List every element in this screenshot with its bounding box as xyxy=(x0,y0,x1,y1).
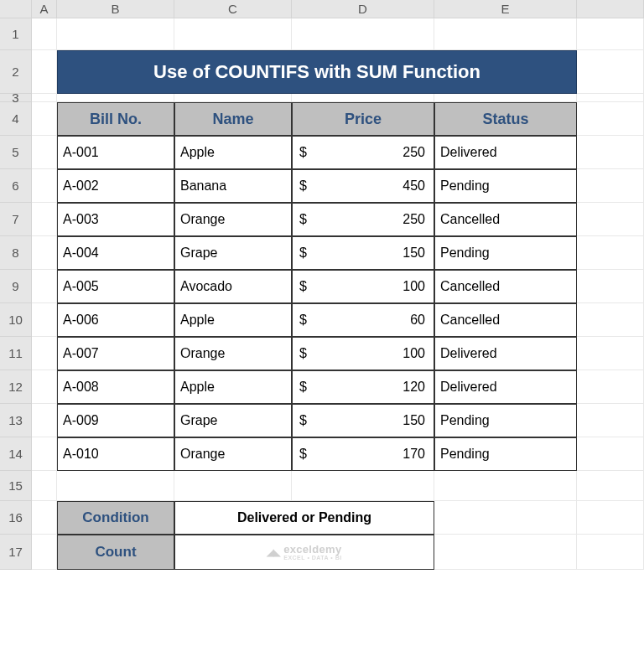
cell-status[interactable]: Delivered xyxy=(434,136,577,169)
currency-symbol: $ xyxy=(298,178,307,194)
cell-bill[interactable]: A-008 xyxy=(57,370,174,404)
currency-symbol: $ xyxy=(298,145,307,160)
currency-symbol: $ xyxy=(298,346,307,361)
cell-status[interactable]: Pending xyxy=(434,437,577,471)
cell-name[interactable]: Orange xyxy=(174,203,292,236)
price-value: 170 xyxy=(402,447,428,462)
row-header-2[interactable]: 2 xyxy=(0,50,32,94)
cell-price[interactable]: $250 xyxy=(292,203,434,236)
cell-name[interactable]: Orange xyxy=(174,337,292,370)
cell-status[interactable]: Cancelled xyxy=(434,203,577,236)
cell-status[interactable]: Cancelled xyxy=(434,303,577,337)
row-header-13[interactable]: 13 xyxy=(0,404,32,437)
row-header-3[interactable]: 3 xyxy=(0,94,32,102)
currency-symbol: $ xyxy=(298,447,307,462)
price-value: 120 xyxy=(402,380,428,395)
column-header-A[interactable]: A xyxy=(32,0,57,18)
row-header-5[interactable]: 5 xyxy=(0,136,32,169)
condition-label: Condition xyxy=(57,501,174,535)
cell-price[interactable]: $150 xyxy=(292,404,434,437)
column-header-E[interactable]: E xyxy=(434,0,577,18)
cell-name[interactable]: Grape xyxy=(174,404,292,437)
price-value: 100 xyxy=(402,279,428,294)
currency-symbol: $ xyxy=(298,413,307,428)
cell-bill[interactable]: A-005 xyxy=(57,270,174,303)
cell-bill[interactable]: A-002 xyxy=(57,169,174,203)
cell-name[interactable]: Apple xyxy=(174,303,292,337)
currency-symbol: $ xyxy=(298,380,307,395)
count-value[interactable]: ◢◣exceldemyEXCEL • DATA • BI xyxy=(174,535,434,570)
cell-name[interactable]: Grape xyxy=(174,236,292,270)
watermark: ◢◣exceldemyEXCEL • DATA • BI xyxy=(267,544,342,561)
column-header-D[interactable]: D xyxy=(292,0,434,18)
cell-price[interactable]: $100 xyxy=(292,270,434,303)
row-header-12[interactable]: 12 xyxy=(0,370,32,404)
cell-name[interactable]: Banana xyxy=(174,169,292,203)
price-value: 150 xyxy=(402,246,428,261)
cell-price[interactable]: $150 xyxy=(292,236,434,270)
select-all-corner[interactable] xyxy=(0,0,32,18)
row-header-8[interactable]: 8 xyxy=(0,236,32,270)
cell-bill[interactable]: A-006 xyxy=(57,303,174,337)
currency-symbol: $ xyxy=(298,279,307,294)
cell-bill[interactable]: A-001 xyxy=(57,136,174,169)
header-price: Price xyxy=(292,102,434,136)
cell-name[interactable]: Avocado xyxy=(174,270,292,303)
watermark-text: exceldemy xyxy=(283,544,341,555)
price-value: 450 xyxy=(402,178,428,194)
count-label: Count xyxy=(57,535,174,570)
cell-status[interactable]: Cancelled xyxy=(434,270,577,303)
cell-bill[interactable]: A-007 xyxy=(57,337,174,370)
cell-status[interactable]: Delivered xyxy=(434,370,577,404)
cell-price[interactable]: $60 xyxy=(292,303,434,337)
price-value: 60 xyxy=(410,313,428,328)
cell-price[interactable]: $120 xyxy=(292,370,434,404)
currency-symbol: $ xyxy=(298,212,307,227)
cell-price[interactable]: $250 xyxy=(292,136,434,169)
row-header-4[interactable]: 4 xyxy=(0,102,32,136)
row-header-10[interactable]: 10 xyxy=(0,303,32,337)
condition-value[interactable]: Delivered or Pending xyxy=(174,501,434,535)
price-value: 150 xyxy=(402,413,428,428)
column-header-C[interactable]: C xyxy=(174,0,292,18)
cell-status[interactable]: Pending xyxy=(434,404,577,437)
cell-price[interactable]: $170 xyxy=(292,437,434,471)
watermark-subtext: EXCEL • DATA • BI xyxy=(283,555,342,561)
row-header-9[interactable]: 9 xyxy=(0,270,32,303)
page-title: Use of COUNTIFS with SUM Function xyxy=(57,50,577,94)
cell-bill[interactable]: A-010 xyxy=(57,437,174,471)
header-status: Status xyxy=(434,102,577,136)
row-header-11[interactable]: 11 xyxy=(0,337,32,370)
cell-name[interactable]: Orange xyxy=(174,437,292,471)
cell-status[interactable]: Pending xyxy=(434,236,577,270)
price-value: 250 xyxy=(402,145,428,160)
price-value: 100 xyxy=(402,346,428,361)
row-header-1[interactable]: 1 xyxy=(0,18,32,50)
cell-price[interactable]: $450 xyxy=(292,169,434,203)
cell-bill[interactable]: A-003 xyxy=(57,203,174,236)
row-header-17[interactable]: 17 xyxy=(0,535,32,570)
header-name: Name xyxy=(174,102,292,136)
cell-status[interactable]: Delivered xyxy=(434,337,577,370)
header-bill: Bill No. xyxy=(57,102,174,136)
currency-symbol: $ xyxy=(298,313,307,328)
watermark-logo-icon: ◢◣ xyxy=(267,547,280,558)
price-value: 250 xyxy=(402,212,428,227)
cell-price[interactable]: $100 xyxy=(292,337,434,370)
cell-name[interactable]: Apple xyxy=(174,136,292,169)
cell-status[interactable]: Pending xyxy=(434,169,577,203)
row-header-16[interactable]: 16 xyxy=(0,501,32,535)
row-header-6[interactable]: 6 xyxy=(0,169,32,203)
column-header-[interactable] xyxy=(577,0,644,18)
cell-bill[interactable]: A-009 xyxy=(57,404,174,437)
currency-symbol: $ xyxy=(298,246,307,261)
row-header-15[interactable]: 15 xyxy=(0,471,32,501)
row-header-14[interactable]: 14 xyxy=(0,437,32,471)
column-header-B[interactable]: B xyxy=(57,0,174,18)
cell-name[interactable]: Apple xyxy=(174,370,292,404)
row-header-7[interactable]: 7 xyxy=(0,203,32,236)
cell-bill[interactable]: A-004 xyxy=(57,236,174,270)
